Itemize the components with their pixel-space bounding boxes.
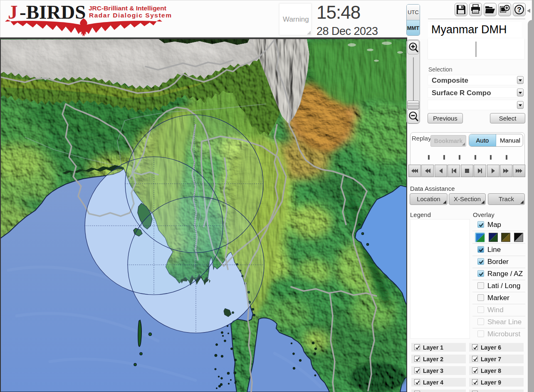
svg-text:J: J	[8, 1, 18, 23]
svg-text:-BIRDS: -BIRDS	[20, 1, 86, 23]
svg-text:Radar Dialogic System: Radar Dialogic System	[89, 12, 172, 19]
svg-text:?: ?	[517, 6, 521, 14]
svg-text:JRC-Brilliant & Intelligent: JRC-Brilliant & Intelligent	[89, 5, 166, 12]
